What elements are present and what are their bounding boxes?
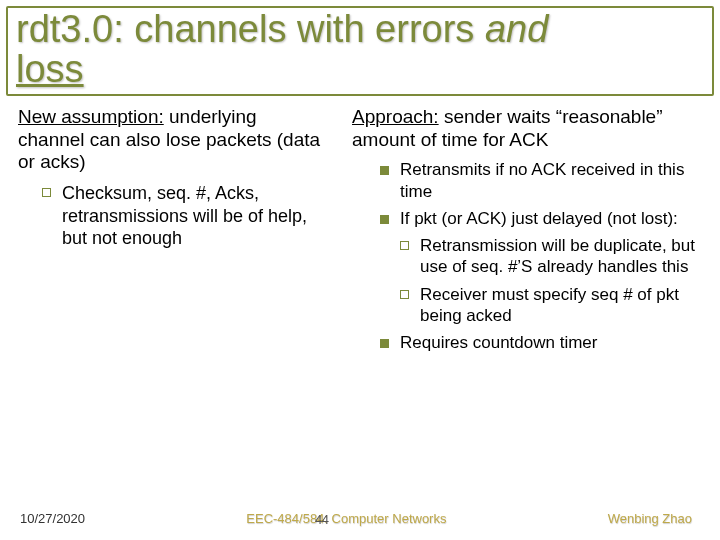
right-bullet-1-text: Retransmits if no ACK received in this t… [400, 159, 706, 202]
right-bullet-2a-text: Retransmission will be duplicate, but us… [420, 235, 706, 278]
approach-label: Approach: [352, 106, 439, 127]
content-columns: New assumption: underlying channel can a… [0, 106, 720, 360]
left-bullet-1-text: Checksum, seq. #, Acks, retransmissions … [62, 182, 328, 250]
assumption-paragraph: New assumption: underlying channel can a… [18, 106, 328, 174]
bullet-open-icon [42, 182, 52, 250]
title-loss: loss [16, 48, 84, 90]
right-bullet-2a: Retransmission will be duplicate, but us… [352, 235, 706, 278]
right-bullet-3: Requires countdown timer [352, 332, 706, 353]
bullet-solid-icon [380, 332, 390, 353]
title-and: and [485, 8, 548, 50]
assumption-label: New assumption: [18, 106, 164, 127]
right-bullet-3-text: Requires countdown timer [400, 332, 597, 353]
slide-title: rdt3.0: channels with errors and loss [16, 10, 704, 90]
title-container: rdt3.0: channels with errors and loss [6, 6, 714, 96]
right-bullet-2b: Receiver must specify seq # of pkt being… [352, 284, 706, 327]
right-bullet-2-text: If pkt (or ACK) just delayed (not lost): [400, 208, 678, 229]
footer-course: EEC-484/584: Computer Networks [246, 511, 446, 526]
footer-author: Wenbing Zhao [608, 511, 692, 526]
page-number: 44 [315, 512, 328, 527]
left-bullet-1: Checksum, seq. #, Acks, retransmissions … [18, 182, 328, 250]
right-bullet-1: Retransmits if no ACK received in this t… [352, 159, 706, 202]
bullet-open-icon [400, 284, 410, 327]
bullet-open-icon [400, 235, 410, 278]
footer: 10/27/2020 EEC-484/584: Computer Network… [0, 511, 720, 526]
footer-date: 10/27/2020 [20, 511, 85, 526]
bullet-solid-icon [380, 159, 390, 202]
right-column: Approach: sender waits “reasonable” amou… [352, 106, 706, 360]
bullet-solid-icon [380, 208, 390, 229]
right-bullet-2b-text: Receiver must specify seq # of pkt being… [420, 284, 706, 327]
right-bullet-2: If pkt (or ACK) just delayed (not lost): [352, 208, 706, 229]
approach-paragraph: Approach: sender waits “reasonable” amou… [352, 106, 706, 152]
title-prefix: rdt3.0: channels with errors [16, 8, 485, 50]
left-column: New assumption: underlying channel can a… [18, 106, 328, 360]
